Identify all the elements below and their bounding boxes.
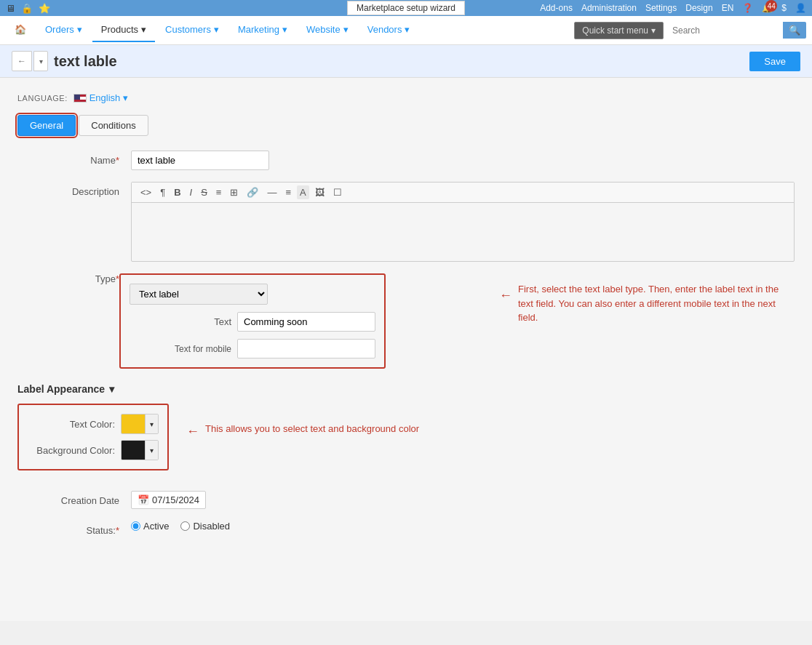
notification-icon[interactable]: 🔔 44 (762, 3, 773, 13)
status-active-label: Active (143, 521, 169, 532)
design-menu[interactable]: Design (685, 3, 712, 13)
lock-icon: 🔒 (21, 3, 33, 14)
text-color-box (122, 414, 145, 433)
flag-icon (73, 94, 87, 103)
rte-hr-btn[interactable]: — (264, 185, 279, 199)
status-disabled-option[interactable]: Disabled (180, 521, 230, 532)
appearance-dropdown-icon: ▾ (109, 383, 114, 395)
language-selector[interactable]: English ▾ (73, 92, 129, 103)
rte-strikethrough-btn[interactable]: S (198, 185, 210, 199)
rte-bold-btn[interactable]: B (171, 185, 183, 199)
description-row: Description <> ¶ B I S ≡ ⊞ 🔗 — ≡ A 🖼 ☐ (17, 182, 795, 262)
rte-table-btn[interactable]: ⊞ (227, 185, 241, 199)
orders-link[interactable]: Orders ▾ (36, 18, 91, 42)
date-value: 07/15/2024 (152, 494, 199, 505)
addons-menu[interactable]: Add-ons (540, 3, 573, 13)
text-input[interactable] (237, 312, 375, 332)
dollar-menu[interactable]: $ (781, 3, 787, 13)
language-menu[interactable]: EN (722, 3, 734, 13)
description-label: Description (17, 182, 119, 197)
rte-list-btn[interactable]: ≡ (213, 185, 225, 199)
banner-right: Add-ons Administration Settings Design E… (540, 3, 806, 13)
calendar-icon: 📅 (138, 494, 149, 505)
status-active-radio[interactable] (131, 521, 140, 531)
nav-dropdown-button[interactable]: ▾ (33, 51, 48, 71)
text-mobile-label: Text for mobile (130, 344, 231, 354)
search-box: 🔍 (666, 22, 806, 39)
text-label: Text (130, 316, 231, 327)
user-menu[interactable]: 👤 (795, 3, 806, 13)
text-color-arrow[interactable]: ▾ (145, 414, 158, 433)
nav-right: Quick start menu ▾ 🔍 (574, 22, 806, 39)
customers-link[interactable]: Customers ▾ (156, 18, 228, 42)
text-color-label: Text Color: (28, 419, 115, 430)
rte-link-btn[interactable]: 🔗 (244, 185, 261, 199)
settings-menu[interactable]: Settings (645, 3, 677, 13)
text-mobile-row: Text for mobile (130, 339, 375, 358)
name-row: Name* (17, 151, 795, 170)
date-input[interactable]: 📅 07/15/2024 (131, 491, 206, 509)
tooltip-text-2: This allows you to select text and backg… (205, 422, 419, 436)
screen-icon: 🖥 (6, 3, 15, 14)
marketing-link[interactable]: Marketing ▾ (229, 18, 296, 42)
banner-icons: 🖥 🔒 ⭐ (6, 3, 50, 14)
type-fields-outlined: Text label Text Text for mobile (119, 273, 386, 369)
text-color-row: Text Color: ▾ (28, 414, 159, 434)
name-input[interactable] (131, 151, 269, 170)
rte-body[interactable] (132, 203, 794, 261)
back-button[interactable]: ← (12, 51, 32, 71)
text-color-swatch[interactable]: ▾ (121, 414, 159, 434)
creation-date-label: Creation Date (17, 491, 119, 506)
page-title: text lable (54, 53, 744, 70)
rte-container: <> ¶ B I S ≡ ⊞ 🔗 — ≡ A 🖼 ☐ (131, 182, 795, 262)
status-disabled-label: Disabled (193, 521, 230, 532)
rte-media-btn[interactable]: ☐ (330, 185, 345, 199)
text-mobile-input[interactable] (237, 339, 375, 358)
arrow-left-icon: ← (499, 288, 512, 303)
type-section-wrapper: Type* Text label Text Text for mobile (17, 273, 795, 369)
color-section-outlined: Text Color: ▾ Background Color: ▾ (17, 404, 169, 470)
website-link[interactable]: Website ▾ (298, 18, 357, 42)
language-value: English (89, 92, 121, 103)
creation-date-row: Creation Date 📅 07/15/2024 (17, 491, 795, 509)
status-label: Status:* (17, 521, 119, 536)
color-arrow-icon: ← (186, 424, 199, 439)
top-banner: 🖥 🔒 ⭐ Marketplace setup wizard Add-ons A… (0, 0, 812, 16)
tab-conditions[interactable]: Conditions (79, 115, 148, 136)
status-active-option[interactable]: Active (131, 521, 169, 532)
bg-color-row: Background Color: ▾ (28, 440, 159, 460)
save-button[interactable]: Save (749, 52, 800, 71)
language-row: LANGUAGE: English ▾ (17, 92, 795, 103)
home-link[interactable]: 🏠 (6, 18, 35, 42)
rte-paragraph-btn[interactable]: ¶ (157, 185, 168, 199)
vendors-link[interactable]: Vendors ▾ (359, 18, 419, 42)
type-select[interactable]: Text label (130, 284, 268, 305)
search-button[interactable]: 🔍 (783, 22, 806, 39)
bg-color-arrow[interactable]: ▾ (145, 441, 158, 460)
administration-menu[interactable]: Administration (581, 3, 637, 13)
status-row: Status:* Active Disabled (17, 521, 795, 536)
bg-color-swatch[interactable]: ▾ (121, 440, 159, 460)
type-tooltip: ← First, select the text label type. The… (499, 276, 795, 369)
quick-start-button[interactable]: Quick start menu ▾ (574, 22, 664, 39)
rte-image-btn[interactable]: 🖼 (312, 185, 327, 199)
rte-align-btn[interactable]: ≡ (282, 185, 294, 199)
status-disabled-radio[interactable] (180, 521, 190, 531)
wizard-label[interactable]: Marketplace setup wizard (347, 1, 465, 15)
star-icon: ⭐ (39, 3, 50, 14)
text-row: Text (130, 312, 375, 332)
tab-general[interactable]: General (17, 115, 76, 136)
products-link[interactable]: Products ▾ (92, 18, 155, 42)
label-appearance-heading: Label Appearance ▾ (17, 383, 795, 395)
name-required-marker: * (116, 155, 119, 166)
type-select-row: Text label (130, 284, 375, 305)
help-icon[interactable]: ❓ (742, 3, 753, 13)
label-appearance-section: Label Appearance ▾ Text Color: ▾ Backgro… (17, 383, 795, 476)
search-input[interactable] (666, 23, 783, 39)
status-options: Active Disabled (131, 521, 230, 532)
sub-nav: 🏠 Orders ▾ Products ▾ Customers ▾ Market… (0, 16, 812, 45)
rte-fontcolor-btn[interactable]: A (297, 185, 309, 199)
rte-code-btn[interactable]: <> (138, 185, 154, 199)
page-header: ← ▾ text lable Save (0, 45, 812, 78)
rte-italic-btn[interactable]: I (187, 185, 196, 199)
